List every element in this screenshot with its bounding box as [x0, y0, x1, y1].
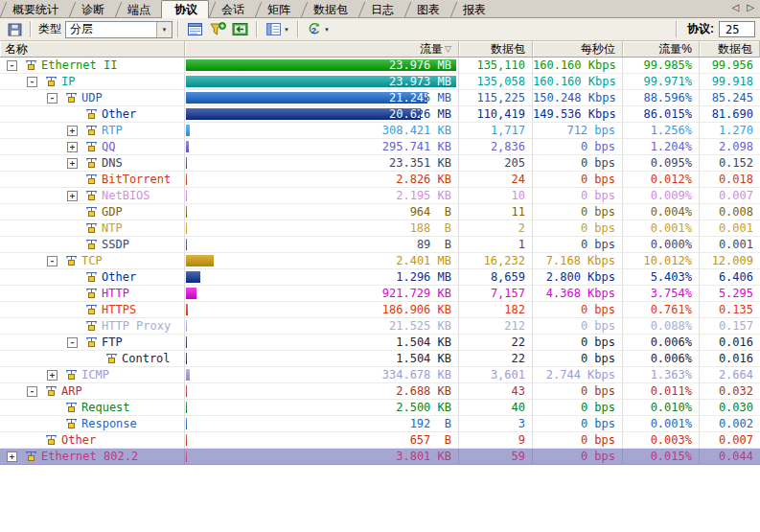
packets-cell: 22 — [459, 351, 533, 367]
toolbar-separator — [256, 21, 258, 37]
protocol-count-label: 协议: — [687, 21, 714, 37]
expand-icon[interactable]: + — [67, 191, 78, 201]
view-tab[interactable]: 诊断 — [69, 0, 115, 17]
traffic-bar-cell: 23.973 MB23.973 MB — [185, 74, 459, 90]
toolbar-separator — [30, 21, 32, 37]
expand-icon[interactable]: + — [47, 370, 58, 381]
table-row[interactable]: HTTPS186.906 KB186.906 KB1820 bps0.761%0… — [0, 302, 760, 318]
collapse-icon[interactable]: - — [67, 337, 78, 348]
table-row[interactable]: NTP188 B188 B20 bps0.001%0.001 — [0, 220, 760, 237]
export-packets-icon[interactable] — [230, 20, 250, 39]
type-select[interactable]: 分层 ▼ — [65, 21, 173, 38]
packets-cell: 110,419 — [459, 106, 533, 123]
protocol-name: HTTP Proxy — [102, 318, 171, 334]
view-tab[interactable]: 日志 — [358, 0, 404, 17]
traffic-bar-cell: 308.421 KB308.421 KB — [185, 123, 459, 139]
column-list-icon[interactable]: ▼ — [264, 20, 291, 39]
view-tab[interactable]: 端点 — [115, 0, 161, 17]
filter-add-icon[interactable] — [207, 20, 228, 39]
table-row[interactable]: +QQ295.741 KB295.741 KB2,8360 bps1.204%2… — [0, 139, 760, 155]
traffic-pct-cell: 0.095% — [623, 155, 700, 172]
traffic-value: 295.741 KB — [185, 139, 458, 154]
table-row[interactable]: Control1.504 KB1.504 KB220 bps0.006%0.01… — [0, 351, 760, 367]
packets-cell: 1 — [459, 237, 533, 253]
table-row[interactable]: -IP23.973 MB23.973 MB135,058160.160 Kbps… — [0, 74, 760, 90]
table-row[interactable]: Other20.626 MB20.626 MB110,419149.536 Kb… — [0, 106, 760, 123]
table-row[interactable]: Other657 B657 B90 bps0.003%0.007 — [0, 432, 760, 449]
column-header-traffic[interactable]: 流量 ▽ — [185, 41, 459, 58]
traffic-pct-cell: 3.754% — [623, 286, 700, 302]
collapse-icon[interactable]: - — [27, 386, 37, 397]
tab-scroll-right-icon[interactable]: ▷ — [747, 2, 754, 13]
view-tabbar: 概要统计诊断端点协议会话矩阵数据包日志图表报表 ◁ ▷ — [0, 0, 760, 18]
traffic-value: 192 B — [185, 416, 458, 431]
packets-pct-cell: 6.406 — [700, 269, 760, 286]
protocol-name-cell: Response — [0, 416, 185, 432]
column-header-bps[interactable]: 每秒位 — [533, 41, 623, 58]
table-row[interactable]: -FTP1.504 KB1.504 KB220 bps0.006%0.016 — [0, 335, 760, 351]
report-table-icon[interactable] — [185, 20, 205, 39]
packets-pct-cell: 0.152 — [700, 155, 760, 172]
table-row[interactable]: GDP964 B964 B110 bps0.004%0.008 — [0, 204, 760, 220]
table-row[interactable]: Response192 B192 B30 bps0.001%0.002 — [0, 416, 760, 432]
table-row[interactable]: +Ethernet 802.23.801 KB3.801 KB590 bps0.… — [0, 449, 760, 465]
column-header-name[interactable]: 名称 — [0, 41, 185, 58]
bps-cell: 149.536 Kbps — [533, 106, 623, 123]
expand-icon[interactable]: + — [67, 142, 78, 152]
packets-pct-cell: 2.664 — [700, 367, 760, 383]
view-tab[interactable]: 报表 — [450, 0, 496, 17]
collapse-icon[interactable]: - — [47, 93, 58, 104]
bps-cell: 0 bps — [533, 416, 623, 432]
table-row[interactable]: Request2.500 KB2.500 KB400 bps0.010%0.03… — [0, 400, 760, 416]
view-tabs: 概要统计诊断端点协议会话矩阵数据包日志图表报表 — [0, 0, 496, 17]
view-tab[interactable]: 概要统计 — [0, 0, 69, 17]
table-row[interactable]: +DNS23.351 KB23.351 KB2050 bps0.095%0.15… — [0, 155, 760, 172]
table-row[interactable]: +NetBIOS2.195 KB2.195 KB100 bps0.009%0.0… — [0, 188, 760, 204]
column-header-traffic-pct[interactable]: 流量% — [623, 41, 700, 58]
bps-cell: 0 bps — [533, 351, 623, 367]
chevron-down-icon[interactable]: ▼ — [324, 27, 330, 33]
tab-scroll-left-icon[interactable]: ◁ — [732, 2, 740, 13]
table-row[interactable]: -UDP21.245 MB21.245 MB115,225150.248 Kbp… — [0, 90, 760, 106]
table-row[interactable]: HTTP Proxy21.525 KB21.525 KB2120 bps0.08… — [0, 318, 760, 335]
table-row[interactable]: -ARP2.688 KB2.688 KB430 bps0.011%0.032 — [0, 383, 760, 400]
collapse-icon[interactable]: - — [7, 60, 17, 71]
packets-pct-cell: 0.030 — [700, 400, 760, 416]
expand-icon[interactable]: + — [67, 158, 78, 169]
traffic-pct-cell: 0.001% — [623, 416, 700, 432]
expand-icon[interactable]: + — [67, 126, 78, 136]
collapse-icon[interactable]: - — [27, 77, 37, 87]
table-row[interactable]: -Ethernet II23.976 MB23.976 MB135,110160… — [0, 58, 760, 74]
view-tab[interactable]: 数据包 — [301, 0, 358, 17]
bps-cell: 2.800 Kbps — [533, 269, 623, 286]
table-row[interactable]: SSDP89 B89 B10 bps0.000%0.001 — [0, 237, 760, 253]
packets-pct-cell: 0.044 — [700, 449, 760, 465]
traffic-bar-cell: 89 B89 B — [185, 237, 459, 253]
traffic-pct-cell: 0.761% — [623, 302, 700, 318]
packets-cell: 43 — [459, 383, 533, 400]
table-row[interactable]: -TCP2.401 MB2.401 MB16,2327.168 Kbps10.0… — [0, 253, 760, 269]
expand-icon[interactable]: + — [7, 451, 17, 462]
view-tab[interactable]: 矩阵 — [255, 0, 301, 17]
protocol-name: RTP — [102, 123, 123, 138]
view-tab[interactable]: 图表 — [404, 0, 450, 17]
chevron-down-icon[interactable]: ▼ — [156, 22, 172, 37]
protocol-name-cell: Other — [0, 432, 185, 449]
traffic-value: 2.195 KB — [185, 188, 458, 203]
packets-pct-cell: 81.690 — [700, 106, 760, 123]
refresh-interval-icon[interactable]: 2 ▼ — [305, 20, 332, 39]
table-row[interactable]: +RTP308.421 KB308.421 KB1,717712 bps1.25… — [0, 123, 760, 139]
collapse-icon[interactable]: - — [47, 256, 58, 266]
chevron-down-icon[interactable]: ▼ — [284, 27, 289, 33]
table-row[interactable]: Other1.296 MB1.296 MB8,6592.800 Kbps5.40… — [0, 269, 760, 286]
packets-cell: 24 — [459, 172, 533, 188]
table-row[interactable]: +ICMP334.678 KB334.678 KB3,6012.744 Kbps… — [0, 367, 760, 383]
table-row[interactable]: HTTP921.729 KB921.729 KB7,1574.368 Kbps3… — [0, 286, 760, 302]
view-tab[interactable]: 会话 — [209, 0, 255, 17]
view-tab[interactable]: 协议 — [161, 0, 209, 18]
column-header-packets[interactable]: 数据包 — [459, 41, 533, 58]
packets-pct-cell: 85.245 — [700, 90, 760, 106]
save-icon[interactable] — [6, 20, 24, 39]
column-header-packets-pct[interactable]: 数据包 — [700, 41, 760, 58]
table-row[interactable]: BitTorrent2.826 KB2.826 KB240 bps0.012%0… — [0, 172, 760, 188]
